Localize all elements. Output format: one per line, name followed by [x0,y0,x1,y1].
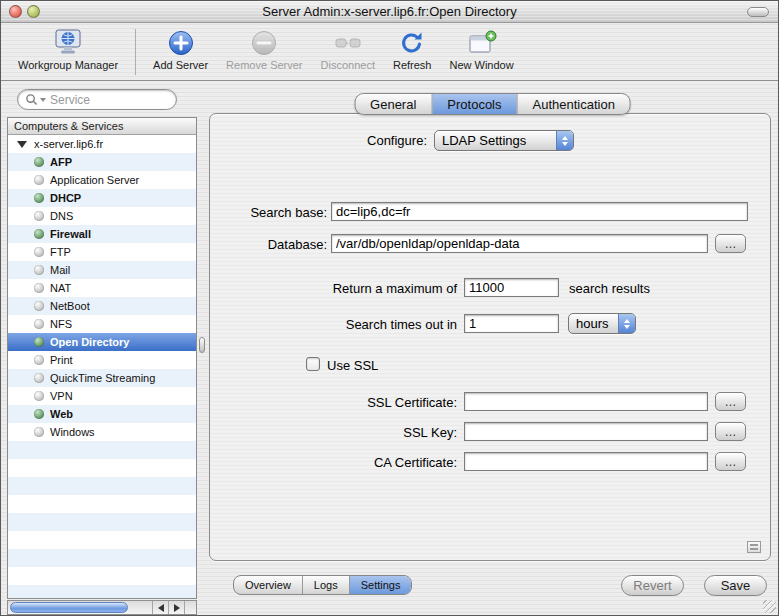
database-field[interactable] [331,234,708,253]
timeout-field[interactable] [464,314,559,333]
search-icon [25,93,38,106]
button-label: Save [721,578,751,593]
refresh-icon [398,28,426,58]
scrollbar-thumb[interactable] [10,602,128,613]
timeout-unit-popup[interactable]: hours [568,313,636,334]
computers-services-list: Computers & Services x-server.lip6.fr AF… [7,117,197,599]
sidebar-item-windows[interactable]: Windows [8,423,196,441]
sidebar-item-ftp[interactable]: FTP [8,243,196,261]
toolbar-label: Refresh [393,59,432,71]
view-tab-bar: Overview Logs Settings [233,575,412,595]
sidebar-item-application-server[interactable]: Application Server [8,171,196,189]
sidebar-item-firewall[interactable]: Firewall [8,225,196,243]
search-base-field[interactable] [331,202,748,221]
sidebar-item-nfs[interactable]: NFS [8,315,196,333]
service-label: NAT [50,282,71,294]
toolbar-refresh[interactable]: Refresh [384,27,441,72]
ellipsis-icon: … [725,395,737,409]
sidebar-item-afp[interactable]: AFP [8,153,196,171]
pane-collapse-icon[interactable] [747,541,761,553]
sidebar-item-mail[interactable]: Mail [8,261,196,279]
save-button[interactable]: Save [704,575,767,596]
list-header: Computers & Services [8,118,196,135]
configure-popup[interactable]: LDAP Settings [434,130,574,151]
revert-button[interactable]: Revert [621,575,684,596]
ellipsis-icon: … [725,425,737,439]
status-globe-icon [34,265,44,275]
sidebar-item-netboot[interactable]: NetBoot [8,297,196,315]
add-server-icon [167,28,195,58]
status-globe-icon [34,373,44,383]
sidebar-horizontal-scrollbar[interactable] [7,600,197,615]
close-button[interactable] [9,5,22,18]
toolbar-add-server[interactable]: Add Server [144,27,217,72]
return-max-field[interactable] [464,278,559,297]
sidebar-item-print[interactable]: Print [8,351,196,369]
sidebar-item-open-directory[interactable]: Open Directory [8,333,196,351]
scroll-right-button[interactable] [168,601,184,614]
status-globe-icon [34,319,44,329]
scrollbar-corner [184,601,196,614]
sidebar-item-dns[interactable]: DNS [8,207,196,225]
ssl-certificate-field[interactable] [464,392,708,411]
scrollbar-arrows [152,601,184,614]
protocols-panel: Configure: LDAP Settings Search base: Da… [209,113,771,561]
sidebar-item-quicktime-streaming[interactable]: QuickTime Streaming [8,369,196,387]
remove-server-icon [250,28,278,58]
service-label: Open Directory [50,336,129,348]
popup-value: LDAP Settings [435,131,556,150]
resize-grip[interactable] [763,600,776,613]
ca-certificate-browse-button[interactable]: … [715,452,746,471]
tab-general[interactable]: General [355,94,431,114]
search-base-label: Search base: [210,205,327,220]
sidebar-item-nat[interactable]: NAT [8,279,196,297]
tab-protocols[interactable]: Protocols [431,94,516,114]
toolbar-toggle-button[interactable] [747,7,769,17]
splitter-grip-icon[interactable] [199,337,205,353]
timeout-label: Search times out in [210,317,457,332]
disconnect-icon [333,28,363,58]
minimize-button[interactable] [27,5,40,18]
server-admin-window: Server Admin:x-server.lip6.fr:Open Direc… [0,0,779,616]
server-name: x-server.lip6.fr [34,138,103,150]
scroll-left-button[interactable] [152,601,168,614]
ca-certificate-field[interactable] [464,452,708,471]
tab-settings[interactable]: Settings [349,576,412,594]
window-title: Server Admin:x-server.lip6.fr:Open Direc… [1,4,778,19]
toolbar-new-window[interactable]: New Window [440,27,522,72]
service-label: VPN [50,390,73,402]
sidebar-item-dhcp[interactable]: DHCP [8,189,196,207]
ssl-key-browse-button[interactable]: … [715,422,746,441]
tab-label: General [370,97,416,112]
sidebar-splitter[interactable] [197,87,207,615]
tab-label: Settings [361,579,401,591]
service-label: Mail [50,264,70,276]
tab-overview[interactable]: Overview [234,576,302,594]
disclosure-triangle-icon[interactable] [17,141,27,148]
sidebar-item-vpn[interactable]: VPN [8,387,196,405]
sidebar-item-web[interactable]: Web [8,405,196,423]
service-label: Windows [50,426,95,438]
tab-label: Authentication [533,97,615,112]
ssl-key-field[interactable] [464,422,708,441]
sidebar-item-server[interactable]: x-server.lip6.fr [8,135,196,153]
titlebar[interactable]: Server Admin:x-server.lip6.fr:Open Direc… [1,1,778,23]
service-label: QuickTime Streaming [50,372,155,384]
tab-logs[interactable]: Logs [302,576,349,594]
tab-authentication[interactable]: Authentication [517,94,630,114]
service-label: Firewall [50,228,91,240]
service-label: NFS [50,318,72,330]
toolbar-remove-server: Remove Server [217,27,311,72]
search-scope-chevron-icon [40,98,46,102]
toolbar-workgroup-manager[interactable]: Workgroup Manager [9,27,127,72]
ssl-certificate-browse-button[interactable]: … [715,392,746,411]
service-label: FTP [50,246,71,258]
search-input[interactable] [50,93,169,107]
service-search-field[interactable] [17,89,177,110]
toolbar-label: Add Server [153,59,208,71]
status-globe-icon [34,247,44,257]
toolbar-label: Workgroup Manager [18,59,118,71]
database-label: Database: [210,237,327,252]
use-ssl-checkbox[interactable] [306,357,320,371]
database-browse-button[interactable]: … [715,234,746,253]
